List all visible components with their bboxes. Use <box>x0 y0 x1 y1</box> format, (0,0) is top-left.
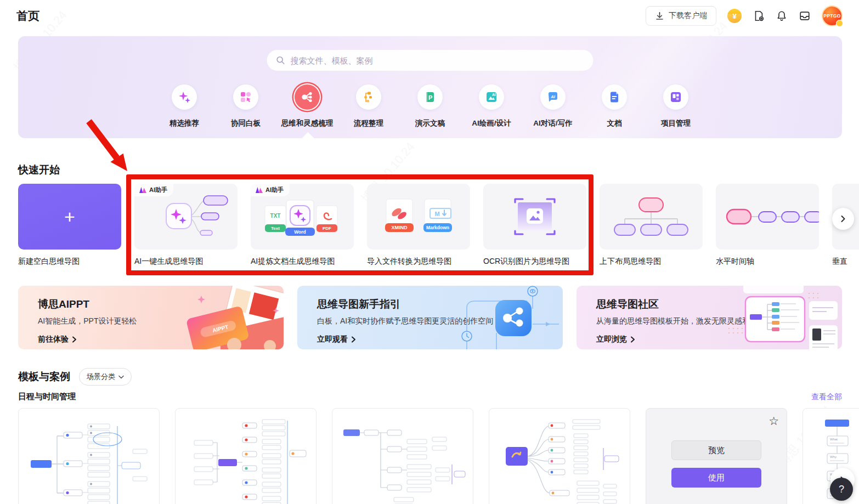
templates-title: 模板与案例 <box>18 370 70 384</box>
banner-subtitle: 从海量的思维导图模板开始，激发无限灵感和创新 <box>596 316 842 326</box>
search-input[interactable] <box>291 56 585 65</box>
template-card-row: ☆ 预览 使用 WhatWhyWhoWhere <box>18 408 859 504</box>
quick-card-label: 导入文件转换为思维导图 <box>367 257 470 267</box>
templates-header: 模板与案例 场景分类 <box>18 368 132 386</box>
category-whiteboard[interactable]: 协同白板 <box>215 84 276 128</box>
banner-link[interactable]: 前往体验 <box>38 335 284 344</box>
template-card[interactable] <box>175 408 317 504</box>
user-avatar[interactable]: PPTGO <box>822 5 843 26</box>
quick-card-label: 垂直 <box>832 257 859 267</box>
banner-guide[interactable]: 思维导图新手指引 白板，AI和实时协作赋予思维导图更灵活的创作空间 立即观看 <box>297 286 563 349</box>
quick-card-new-blank[interactable]: + 新建空白思维导图 <box>18 184 121 267</box>
quick-card-label: 上下布局思维导图 <box>600 257 703 267</box>
quick-card-import-file[interactable]: XMIND M Markdown 导入文件转换为思维导图 <box>367 184 470 267</box>
banner-title: 博思AIPPT <box>38 297 284 312</box>
category-presentation[interactable]: P 演示文稿 <box>399 84 461 128</box>
timeline-thumbnail <box>716 184 819 250</box>
banner-link[interactable]: 立即观看 <box>317 335 563 344</box>
templates-subheader: 日程与时间管理 查看全部 <box>18 392 842 402</box>
chevron-right-icon <box>839 215 847 223</box>
inbox-icon[interactable] <box>799 10 811 22</box>
category-label: 文档 <box>607 118 622 128</box>
svg-text:M: M <box>434 211 439 217</box>
chevron-right-icon <box>630 336 635 343</box>
quick-card-label: OCR识别图片为思维导图 <box>483 257 586 267</box>
ai-generate-thumbnail: AI助手 <box>134 184 238 250</box>
preview-button[interactable]: 预览 <box>671 440 761 460</box>
avatar-vip-badge <box>836 20 843 27</box>
quick-card-label: 水平时间轴 <box>716 257 819 267</box>
help-button[interactable]: ? <box>830 478 853 501</box>
document-icon <box>602 84 627 110</box>
page-title: 首页 <box>16 8 39 24</box>
category-document[interactable]: 文档 <box>584 84 645 128</box>
quick-card-ocr[interactable]: OCR识别图片为思维导图 <box>483 184 586 267</box>
ai-chat-icon: AI <box>540 84 566 110</box>
timeline-illustration <box>716 184 819 250</box>
quick-card-label: AI一键生成思维导图 <box>134 257 238 267</box>
banner-subtitle: 白板，AI和实时协作赋予思维导图更灵活的创作空间 <box>317 316 563 326</box>
import-file-thumbnail: XMIND M Markdown <box>367 184 470 250</box>
svg-text:What: What <box>830 438 838 441</box>
project-kanban-icon <box>663 84 688 110</box>
quick-start-title: 快速开始 <box>18 163 60 177</box>
category-label: AI绘画/设计 <box>472 118 511 128</box>
ai-assistant-badge: AI助手 <box>134 184 173 196</box>
ocr-thumbnail <box>483 184 586 250</box>
topdown-thumbnail <box>600 184 703 250</box>
search-bar[interactable] <box>267 50 594 71</box>
banner-subtitle: AI智能生成，PPT设计更轻松 <box>38 316 284 326</box>
banner-aippt[interactable]: 博思AIPPT AI智能生成，PPT设计更轻松 前往体验 <box>18 286 284 349</box>
sparkle-icon <box>172 84 197 110</box>
search-icon <box>276 55 286 65</box>
category-flowchart[interactable]: 流程整理 <box>338 84 399 128</box>
chevron-right-icon <box>351 336 356 343</box>
banner-title: 思维导图新手指引 <box>317 297 563 312</box>
section-title: 日程与时间管理 <box>18 392 76 402</box>
banner-title: 思维导图社区 <box>596 297 842 312</box>
category-label: 精选推荐 <box>169 118 199 128</box>
avatar-text: PPTGO <box>823 13 840 19</box>
quick-card-ai-extract-doc[interactable]: TXT Text PDF <box>251 184 354 267</box>
banner-community[interactable]: 思维导图社区 从海量的思维导图模板开始，激发无限灵感和创新 立即浏览 <box>577 286 842 349</box>
ai-design-icon: AI <box>479 84 504 110</box>
favorite-star-icon[interactable]: ☆ <box>768 415 779 427</box>
svg-text:Text: Text <box>271 226 280 231</box>
category-project[interactable]: 项目管理 <box>645 84 707 128</box>
view-all-link[interactable]: 查看全部 <box>811 392 842 402</box>
file-icons-illustration: XMIND M Markdown <box>367 184 470 250</box>
category-label: 协同白板 <box>231 118 261 128</box>
quick-start-next-button[interactable] <box>832 208 854 230</box>
category-ai-chat[interactable]: AI AI对话/写作 <box>522 84 584 128</box>
tree-illustration <box>600 184 703 250</box>
category-mindmap[interactable]: 思维和灵感梳理 <box>276 84 338 128</box>
flowchart-icon <box>356 84 381 110</box>
svg-text:P: P <box>428 94 432 101</box>
template-card-hovered[interactable]: ☆ 预览 使用 <box>646 408 787 504</box>
mindmap-icon-selected <box>295 84 320 110</box>
template-thumbnail <box>339 415 466 504</box>
template-card[interactable] <box>332 408 473 504</box>
quick-card-label: 新建空白思维导图 <box>18 257 121 267</box>
ai-logo-icon <box>139 187 146 193</box>
banner-link[interactable]: 立即浏览 <box>596 335 842 344</box>
template-card[interactable] <box>489 408 630 504</box>
svg-text:XMIND: XMIND <box>392 225 408 230</box>
use-button[interactable]: 使用 <box>671 468 761 488</box>
quick-card-ai-generate[interactable]: AI助手 AI一键生成思维导图 <box>134 184 238 267</box>
quick-card-topdown-layout[interactable]: 上下布局思维导图 <box>600 184 703 267</box>
category-ai-design[interactable]: AI AI绘画/设计 <box>461 84 522 128</box>
template-thumbnail <box>182 415 309 504</box>
template-thumbnail <box>496 415 623 504</box>
whiteboard-icon <box>233 84 258 110</box>
scene-filter-dropdown[interactable]: 场景分类 <box>79 368 132 386</box>
svg-text:Why: Why <box>830 455 837 458</box>
category-label: 流程整理 <box>354 118 383 128</box>
home-page: 博思 10.10.24 博思 10.10.24 博思 10.10.24 博思 1… <box>0 0 859 504</box>
category-label: 项目管理 <box>661 118 691 128</box>
new-blank-thumbnail: + <box>18 184 121 250</box>
chevron-down-icon <box>118 375 124 379</box>
template-card[interactable] <box>18 408 160 504</box>
quick-card-horizontal-timeline[interactable]: 水平时间轴 <box>716 184 819 267</box>
category-featured[interactable]: 精选推荐 <box>154 84 215 128</box>
